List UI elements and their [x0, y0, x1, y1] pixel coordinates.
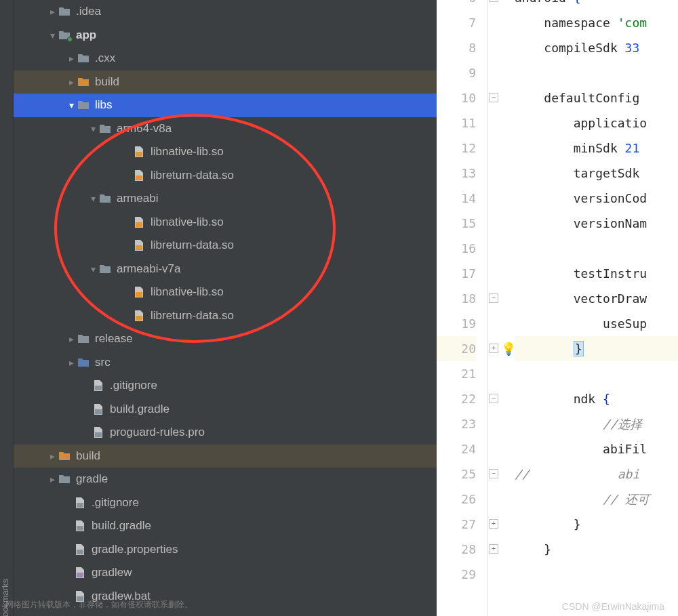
folder-icon [99, 123, 111, 134]
code-line[interactable]: testInstru [515, 261, 678, 286]
project-tree[interactable]: ▸ .idea▾ app▸ .cxx▸ build▾ libs▾ arm64-v… [14, 0, 437, 616]
code-line[interactable]: } [515, 512, 678, 537]
code-line[interactable]: } [515, 336, 678, 361]
fold-column[interactable]: −−−+💡−−++ [487, 0, 515, 616]
svg-rect-10 [77, 526, 83, 531]
fold-toggle[interactable]: − [489, 394, 498, 403]
code-line[interactable]: versionCod [515, 186, 678, 211]
chevron-down-icon[interactable]: ▾ [87, 123, 99, 134]
code-line[interactable]: } [515, 537, 678, 562]
code-line[interactable]: minSdk 21 [515, 136, 678, 161]
tree-row[interactable]: ▾ armeabi-v7a [14, 258, 437, 281]
code-line[interactable] [515, 60, 678, 85]
code-line[interactable]: ndk { [515, 386, 678, 411]
fold-toggle[interactable]: + [489, 344, 498, 353]
line-number: 19 [437, 311, 476, 336]
tree-row[interactable]: ▸ .idea [14, 0, 437, 24]
code-line[interactable]: defaultConfig [515, 85, 678, 110]
code-line[interactable] [515, 562, 678, 587]
file-gradle-icon [74, 520, 86, 532]
tree-row[interactable]: libreturn-data.so [14, 234, 437, 258]
code-line[interactable]: useSup [515, 311, 678, 336]
intention-bulb-icon[interactable]: 💡 [501, 342, 516, 356]
tree-row[interactable]: proguard-rules.pro [14, 421, 437, 445]
chevron-right-icon[interactable]: ▸ [65, 357, 77, 368]
tree-row[interactable]: gradlew [14, 561, 437, 585]
line-gutter: 6789101112131415161718192021222324252627… [437, 0, 487, 616]
code-area[interactable]: android { namespace 'com compileSdk 33 d… [515, 0, 678, 616]
code-line[interactable]: android { [515, 0, 678, 10]
tree-label: libnative-lib.so [151, 145, 224, 159]
chevron-right-icon[interactable]: ▸ [65, 333, 77, 344]
tree-row[interactable]: libnative-lib.so [14, 211, 437, 234]
line-number: 10 [437, 85, 476, 110]
code-line[interactable]: vectorDraw [515, 286, 678, 311]
folder-icon [58, 474, 71, 485]
watermark-text: CSDN @ErwinNakajima [562, 601, 664, 612]
chevron-down-icon[interactable]: ▾ [65, 100, 77, 110]
tree-row[interactable]: build.gradle [14, 514, 437, 538]
tree-row[interactable]: libnative-lib.so [14, 281, 437, 304]
tree-row[interactable]: ▾ libs [14, 94, 437, 117]
line-number: 18 [437, 286, 476, 311]
tree-row[interactable]: libreturn-data.so [14, 164, 437, 188]
tree-row[interactable]: ▸ release [14, 327, 437, 351]
file-git-icon [92, 379, 104, 392]
tree-row[interactable]: ▸ src [14, 351, 437, 375]
tree-row[interactable]: .gitignore [14, 374, 437, 398]
fold-toggle[interactable]: − [489, 0, 498, 2]
chevron-right-icon[interactable]: ▸ [46, 6, 58, 17]
fold-toggle[interactable]: + [489, 544, 498, 554]
svg-rect-3 [136, 245, 142, 250]
tool-rail[interactable]: Bookmarks [0, 0, 14, 616]
tree-row[interactable]: ▾ armeabi [14, 187, 437, 211]
folder-icon [58, 30, 71, 41]
chevron-right-icon[interactable]: ▸ [65, 77, 77, 87]
folder-icon [77, 100, 89, 110]
fold-toggle[interactable]: − [489, 293, 498, 303]
code-line[interactable]: // abi [515, 461, 678, 487]
tree-row[interactable]: ▸ gradle [14, 468, 437, 491]
file-so-icon [133, 239, 145, 251]
tree-label: gradlew [92, 566, 132, 579]
tree-row[interactable]: .gitignore [14, 491, 437, 515]
chevron-right-icon[interactable]: ▸ [46, 474, 58, 485]
tree-row[interactable]: ▾ arm64-v8a [14, 117, 437, 141]
code-line[interactable]: targetSdk [515, 161, 678, 186]
tree-row[interactable]: ▾ app [14, 24, 437, 47]
code-line[interactable] [515, 361, 678, 386]
code-editor[interactable]: 6789101112131415161718192021222324252627… [437, 0, 678, 616]
code-line[interactable]: compileSdk 33 [515, 35, 678, 60]
tree-row[interactable]: ▸ build [14, 70, 437, 94]
chevron-right-icon[interactable]: ▸ [46, 451, 58, 461]
code-line[interactable]: applicatio [515, 110, 678, 136]
code-line[interactable]: abiFil [515, 436, 678, 461]
chevron-down-icon[interactable]: ▾ [46, 30, 58, 41]
svg-rect-4 [136, 292, 142, 297]
chevron-right-icon[interactable]: ▸ [65, 53, 77, 64]
code-line[interactable]: versionNam [515, 211, 678, 236]
tree-label: gradle [76, 472, 108, 486]
fold-toggle[interactable]: − [489, 469, 498, 478]
chevron-down-icon[interactable]: ▾ [87, 193, 99, 204]
tree-row[interactable]: ▸ .cxx [14, 47, 437, 70]
tree-row[interactable]: libreturn-data.so [14, 304, 437, 328]
tree-row[interactable]: gradle.properties [14, 538, 437, 562]
chevron-down-icon[interactable]: ▾ [87, 264, 99, 274]
code-line[interactable]: // 还可 [515, 487, 678, 512]
svg-rect-6 [95, 386, 102, 390]
tree-label: libnative-lib.so [151, 285, 224, 299]
tree-row[interactable]: build.gradle [14, 398, 437, 422]
tree-row[interactable]: libnative-lib.so [14, 140, 437, 164]
fold-toggle[interactable]: − [489, 93, 498, 102]
rail-bottom-label[interactable]: Bookmarks [0, 610, 10, 616]
code-line[interactable]: //选择 [515, 411, 678, 436]
code-line[interactable]: namespace 'com [515, 10, 678, 35]
fold-toggle[interactable]: + [489, 519, 498, 529]
code-line[interactable] [515, 236, 678, 261]
line-number: 27 [437, 512, 476, 537]
file-so-icon [133, 310, 145, 322]
line-number: 24 [437, 436, 476, 461]
folder-icon [77, 333, 89, 344]
tree-row[interactable]: ▸ build [14, 445, 437, 468]
